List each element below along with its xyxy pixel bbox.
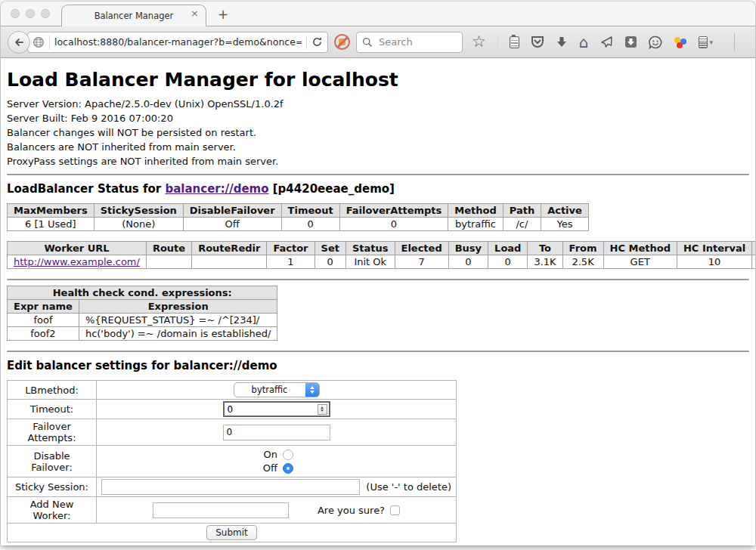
worker-url-link[interactable]: http://www.example.com/ (14, 256, 140, 267)
cell-timeout: 0 (281, 218, 339, 231)
cell-failoverattempts: 0 (339, 218, 448, 231)
cell-expr-name: foof (8, 314, 79, 327)
timeout-input[interactable] (226, 403, 318, 416)
col-method: Method (448, 204, 503, 218)
form-row-sticky-session: Sticky Session: (Use '-' to delete) (8, 477, 457, 497)
save-page-icon[interactable] (624, 36, 637, 48)
divider (7, 351, 749, 352)
browser-window: Balancer Manager × + localhost:8880/bala… (1, 2, 755, 545)
table-header-row: Expr name Expression (8, 300, 277, 314)
reload-icon[interactable] (311, 36, 323, 48)
col-expr-name: Expr name (8, 300, 79, 314)
cell-from: 2.5K (562, 255, 603, 269)
add-worker-input[interactable] (153, 502, 289, 518)
pocket-icon[interactable] (531, 36, 544, 48)
cell-stickysession: (None) (94, 218, 183, 231)
cell-expr-name: foof2 (8, 327, 79, 341)
downloads-icon[interactable] (556, 36, 568, 48)
col-timeout: Timeout (281, 204, 339, 218)
sticky-session-input[interactable] (101, 479, 360, 495)
edit-settings-heading: Edit balancer settings for balancer://de… (7, 359, 749, 372)
page-content: Load Balancer Manager for localhost Serv… (1, 58, 755, 545)
col-route: Route (146, 242, 191, 255)
form-row-disable-failover: Disable Failover: On Off (8, 446, 457, 477)
bookmark-star-icon[interactable]: ☆ (472, 34, 486, 50)
chevron-down-icon: ▾ (710, 39, 714, 46)
tab-balancer-manager[interactable]: Balancer Manager × (61, 5, 206, 26)
back-button[interactable] (8, 31, 30, 54)
timeout-label: Timeout: (8, 400, 97, 419)
col-to: To (528, 242, 562, 255)
cell-hc-method: GET (603, 255, 677, 269)
add-worker-label: Add New Worker: (8, 497, 97, 524)
divider (7, 174, 749, 175)
new-tab-button[interactable]: + (218, 7, 228, 22)
radio-off[interactable] (283, 463, 293, 474)
zoom-window-button[interactable] (41, 9, 50, 18)
extension-list-button[interactable]: ▾ (699, 36, 714, 48)
col-failoverattempts: FailoverAttempts (339, 204, 448, 218)
cell-routeredir (192, 255, 267, 269)
select-stepper-icon (305, 383, 319, 397)
balancer-status-table: MaxMembers StickySession DisableFailover… (7, 203, 589, 231)
list-icon (699, 36, 708, 48)
divider (7, 279, 749, 280)
cell-disablefailover: Off (183, 218, 281, 231)
health-caption: Health check cond. expressions: (8, 286, 277, 300)
cell-method: bytraffic (448, 218, 503, 231)
window-controls (11, 9, 50, 18)
home-icon[interactable]: ⌂ (579, 35, 589, 50)
site-identity-globe-icon[interactable] (33, 36, 45, 48)
lbmethod-select[interactable]: bytraffic (234, 382, 320, 397)
radio-on[interactable] (283, 450, 293, 460)
cell-route (146, 255, 191, 269)
server-built-line: Server Built: Feb 9 2016 07:00:20 (7, 111, 749, 125)
col-active: Active (541, 204, 589, 218)
reading-list-icon[interactable] (510, 36, 519, 48)
col-busy: Busy (448, 242, 488, 255)
url-bar[interactable]: localhost:8880/balancer-manager?b=demo&n… (27, 32, 328, 53)
cell-maxmembers: 6 [1 Used] (8, 218, 94, 231)
table-header-row: Worker URL Route RouteRedir Factor Set S… (8, 242, 756, 255)
table-header-row: MaxMembers StickySession DisableFailover… (8, 204, 589, 218)
address-input[interactable]: localhost:8880/balancer-manager?b=demo&n… (54, 36, 302, 48)
cell-busy: 0 (448, 255, 488, 269)
search-bar[interactable] (356, 32, 463, 53)
form-row-lbmethod: LBmethod: bytraffic (8, 381, 457, 400)
status-heading-suffix: [p4420eeae_demo] (269, 182, 395, 196)
close-window-button[interactable] (11, 9, 20, 18)
inherit-note-line: Balancers are NOT inherited from main se… (7, 140, 749, 154)
sticky-session-hint: (Use '-' to delete) (366, 481, 451, 493)
col-factor: Factor (267, 242, 314, 255)
form-row-add-worker: Add New Worker: Are you sure? (8, 497, 457, 524)
hello-smiley-icon[interactable] (649, 36, 662, 49)
proxypass-note-line: ProxyPass settings are NOT inherited fro… (7, 154, 749, 168)
send-plane-icon[interactable] (600, 36, 613, 48)
lbmethod-label: LBmethod: (8, 381, 97, 400)
edit-balancer-form: LBmethod: bytraffic Timeout: (7, 380, 457, 542)
toolbar-separator (734, 33, 735, 51)
failover-attempts-input[interactable] (223, 425, 330, 440)
toolbar-separator (497, 36, 498, 49)
col-from: From (562, 242, 603, 255)
are-you-sure-checkbox[interactable] (390, 505, 400, 515)
tab-close-icon[interactable]: × (191, 8, 199, 18)
table-row: foof %{REQUEST_STATUS} =~ /^[234]/ (8, 314, 277, 327)
col-set: Set (314, 242, 345, 255)
col-routeredir: RouteRedir (192, 242, 267, 255)
balancer-demo-link[interactable]: balancer://demo (165, 182, 268, 196)
extension-colored-dots-icon[interactable] (674, 36, 687, 49)
table-row: foof2 hc('body') =~ /domain is establish… (8, 327, 277, 341)
search-icon (362, 37, 373, 48)
sticky-session-label: Sticky Session: (8, 477, 97, 497)
content-blocked-icon[interactable] (334, 34, 350, 50)
cell-to: 3.1K (528, 255, 562, 269)
col-worker-url: Worker URL (8, 242, 147, 255)
table-row: http://www.example.com/ 1 0 Init Ok 7 0 … (8, 255, 756, 269)
submit-button[interactable]: Submit (206, 525, 257, 540)
urlbar-separator (49, 36, 50, 49)
cell-load: 0 (488, 255, 528, 269)
search-input[interactable] (377, 36, 457, 48)
minimize-window-button[interactable] (26, 9, 35, 18)
number-spinner-icon[interactable] (318, 404, 327, 415)
